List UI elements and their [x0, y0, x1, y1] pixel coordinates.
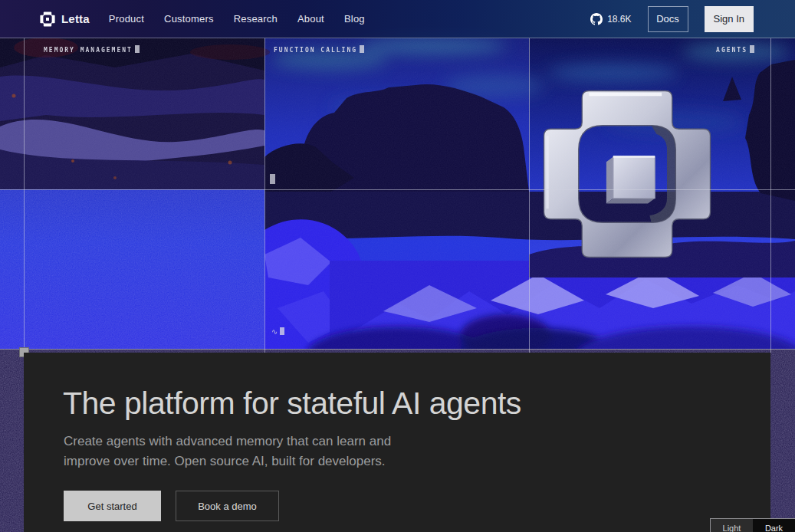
- github-star-count: 18.6K: [607, 14, 631, 25]
- cursor-block: [280, 327, 284, 335]
- github-stars-link[interactable]: 18.6K: [590, 13, 631, 25]
- grid-hline-bottom: [0, 349, 795, 350]
- letta-logo-icon: [40, 11, 55, 27]
- docs-button[interactable]: Docs: [648, 6, 688, 32]
- page-title: The platform for stateful AI agents: [63, 386, 521, 422]
- hero-label-function-calling: FUNCTION CALLING: [274, 45, 364, 54]
- grid-vline-4: [770, 38, 771, 353]
- signin-button[interactable]: Sign In: [705, 6, 754, 32]
- nav-link-product[interactable]: Product: [109, 13, 144, 25]
- get-started-button[interactable]: Get started: [64, 491, 161, 521]
- grid-vline-1: [24, 38, 25, 353]
- brand-logo[interactable]: Letta: [40, 11, 90, 27]
- subtitle-line-2: improve over time. Open source AI, built…: [64, 452, 391, 471]
- page-subtitle: Create agents with advanced memory that …: [64, 432, 391, 471]
- theme-dark-button[interactable]: Dark: [753, 519, 795, 532]
- hero-label-memory-management: MEMORY MANAGEMENT: [44, 45, 140, 54]
- github-icon: [590, 13, 603, 25]
- grid-hline-mid: [0, 189, 795, 190]
- nav-link-research[interactable]: Research: [234, 13, 278, 25]
- nav-link-about[interactable]: About: [297, 13, 324, 25]
- nav-link-blog[interactable]: Blog: [344, 13, 365, 25]
- grid-vline-3: [529, 38, 530, 353]
- hero-label-agents: AGENTS: [716, 45, 754, 54]
- waveform-glyph: ∿: [271, 327, 284, 336]
- nav-links: Product Customers Research About Blog: [109, 13, 365, 25]
- top-nav: Letta Product Customers Research About B…: [0, 0, 795, 38]
- hero-content-panel: The platform for stateful AI agents Crea…: [24, 353, 770, 532]
- cursor-block: [750, 45, 754, 53]
- book-demo-button[interactable]: Book a demo: [176, 491, 279, 521]
- cursor-block: [360, 45, 364, 53]
- subtitle-line-1: Create agents with advanced memory that …: [64, 432, 391, 452]
- grid-vline-2: [264, 38, 265, 353]
- theme-light-button[interactable]: Light: [711, 519, 753, 532]
- cursor-block: [270, 174, 275, 184]
- cta-row: Get started Book a demo: [64, 491, 279, 521]
- nav-link-customers[interactable]: Customers: [164, 13, 214, 25]
- theme-toggle: Light Dark: [710, 518, 795, 532]
- nav-right: 18.6K Docs Sign In: [590, 6, 754, 32]
- brand-name: Letta: [61, 12, 90, 25]
- cursor-block: [135, 45, 140, 53]
